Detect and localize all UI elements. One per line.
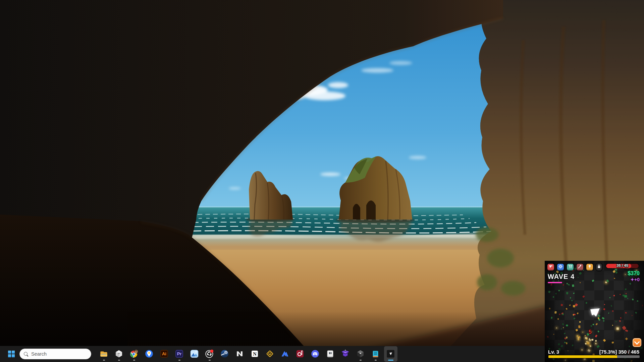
notepad-icon (371, 350, 380, 358)
taskbar-item-obs[interactable] (203, 346, 216, 362)
weapon-icon (548, 264, 553, 270)
chrome-icon (129, 350, 139, 358)
desktop: Search AiPrN 5 WAVE 4 35 / 45 $370 ✦+0 L… (0, 0, 644, 362)
windows-logo-icon (8, 351, 15, 357)
sparkle-icon: ✦ (630, 277, 634, 282)
game-toolbar-shop-button[interactable] (567, 264, 574, 270)
search-input[interactable]: Search (19, 349, 91, 359)
game-toolbar-lock-button[interactable] (596, 263, 602, 271)
build-icon (578, 264, 582, 270)
purple-box-icon (341, 350, 350, 358)
maps-pin-icon (145, 350, 154, 358)
taskbar-item-file-explorer[interactable] (97, 346, 111, 362)
harvest-counter: ✦+0 (630, 277, 640, 282)
game-toolbar-idea-button[interactable] (586, 264, 593, 270)
taskbar-item-illustrator[interactable]: Ai (158, 346, 171, 362)
premiere-icon: Pr (175, 350, 184, 358)
taskbar-item-unity-hub[interactable] (112, 346, 126, 362)
wave-timer-bar (548, 282, 562, 283)
money-counter: $370 (628, 270, 640, 277)
taskbar-item-photos[interactable] (188, 346, 201, 362)
taskbar-item-nordvpn[interactable] (278, 346, 292, 362)
xp-progress-text: [75.3%] 350 / 465 (599, 349, 639, 355)
collapse-button[interactable] (633, 338, 641, 347)
svg-text:Pr: Pr (177, 351, 182, 356)
notion-icon: N (250, 350, 259, 358)
taskbar-item-maps-pin[interactable] (143, 346, 156, 362)
game-toolbar (547, 263, 602, 271)
game-toolbar-weapon-button[interactable] (547, 264, 554, 270)
taskbar-item-notion[interactable]: N (248, 346, 262, 362)
taskbar-item-unity-editor[interactable] (354, 346, 367, 362)
taskbar-item-purple-box[interactable] (339, 346, 352, 362)
taskbar-item-game-window[interactable] (384, 346, 397, 362)
unity-hub-icon (114, 350, 123, 358)
xp-bar-fill (548, 355, 617, 358)
taskbar-item-steam[interactable] (218, 346, 231, 362)
nordvpn-icon (280, 350, 289, 358)
taskbar-item-discord[interactable] (309, 346, 322, 362)
game-toolbar-build-button[interactable] (577, 264, 583, 270)
start-button[interactable] (5, 347, 18, 361)
taskbar-item-premiere[interactable]: Pr (173, 346, 186, 362)
idea-icon (587, 264, 592, 270)
running-indicator (103, 360, 105, 361)
n-logo-icon (235, 350, 244, 358)
gear-icon (558, 264, 563, 270)
photos-icon (190, 350, 199, 358)
discord-icon (311, 350, 320, 358)
game-toolbar-gear-button[interactable] (557, 264, 564, 270)
taskbar-item-chrome[interactable] (127, 346, 141, 362)
game-window-icon (386, 350, 395, 358)
health-text: 35 / 45 (606, 263, 639, 267)
shop-icon (568, 264, 573, 270)
xp-bar (548, 355, 640, 358)
running-indicator (360, 360, 362, 361)
red-media-icon (296, 350, 305, 358)
unity-editor-icon (356, 350, 365, 358)
level-label: Lv. 3 (548, 349, 559, 355)
search-placeholder: Search (31, 351, 47, 357)
taskbar-app-icons: AiPrN (96, 346, 398, 362)
chevron-down-icon (634, 339, 640, 345)
running-indicator (178, 360, 180, 361)
running-indicator (375, 360, 377, 361)
running-indicator (118, 360, 120, 361)
running-indicator (133, 360, 135, 361)
taskbar-item-red-media[interactable] (293, 346, 307, 362)
svg-text:N: N (253, 351, 257, 357)
search-icon (24, 352, 28, 356)
pixel-character-icon (326, 350, 335, 358)
illustrator-icon: Ai (160, 350, 169, 358)
lock-icon (597, 264, 601, 270)
damage-number: 5 (589, 329, 592, 335)
running-indicator (209, 360, 211, 361)
obs-icon (205, 350, 214, 358)
diamond-badge-icon (265, 350, 274, 358)
taskbar-item-notepad[interactable] (369, 346, 382, 362)
svg-text:Ai: Ai (162, 351, 166, 356)
wave-label: WAVE 4 (548, 273, 575, 281)
player-triangle (589, 307, 601, 318)
taskbar-item-n-logo[interactable] (233, 346, 247, 362)
game-overlay-window[interactable]: 5 WAVE 4 35 / 45 $370 ✦+0 Lv. 3 [75.3%] … (545, 261, 644, 362)
taskbar-item-pixel-character[interactable] (324, 346, 337, 362)
taskbar-item-diamond-badge[interactable] (263, 346, 277, 362)
active-indicator (388, 360, 393, 361)
steam-icon (220, 350, 229, 358)
file-explorer-icon (99, 350, 108, 358)
